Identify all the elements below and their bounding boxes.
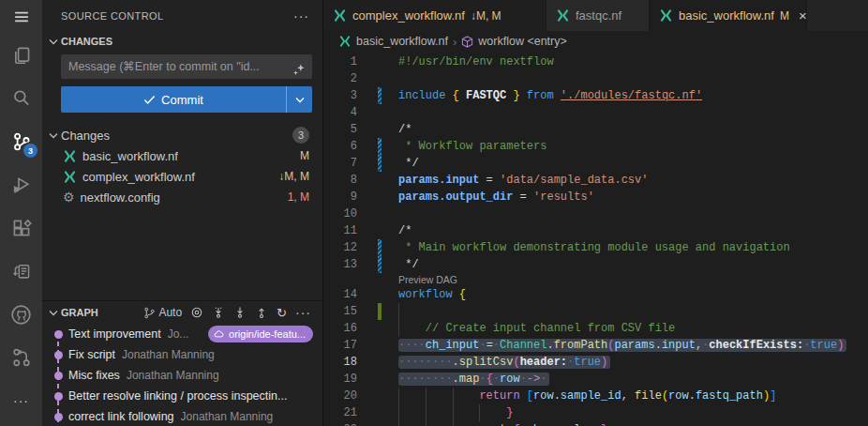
commit-message-input[interactable] xyxy=(61,54,312,79)
code-line-8[interactable]: 8params.input = 'data/sample_data.csv' xyxy=(323,172,868,189)
branch-ref-badge[interactable]: origin/ide-featu... xyxy=(208,326,313,342)
gear-icon: ⚙ xyxy=(63,190,75,204)
modified-line-indicator xyxy=(378,155,382,172)
code-line-4[interactable]: 4 xyxy=(323,104,868,121)
sidebar-header: SOURCE CONTROL ··· xyxy=(42,0,322,32)
code-line-9[interactable]: 9params.output_dir = 'results' xyxy=(323,189,868,205)
code-line-15[interactable]: 15 xyxy=(323,303,868,320)
changes-section-header[interactable]: CHANGES xyxy=(42,32,322,51)
commit-author: Jonathan Manning xyxy=(127,369,313,382)
modified-line-indicator xyxy=(378,87,382,104)
tab-close-icon[interactable]: × xyxy=(799,10,807,22)
sidebar-title: SOURCE CONTROL xyxy=(61,10,293,22)
code-line-20[interactable]: 20 return [row.sample_id, file(row.fastq… xyxy=(323,388,868,404)
code-line-12[interactable]: 12 * Main workflow demonstrating module … xyxy=(323,239,868,256)
code-text: * Main workflow demonstrating module usa… xyxy=(398,239,868,256)
commit-row[interactable]: Text improvementJo...origin/ide-featu... xyxy=(42,324,322,344)
code-line-5[interactable]: 5/* xyxy=(323,121,868,138)
code-line-22[interactable]: 22 .set { ch_samples } xyxy=(323,421,868,426)
breadcrumb-symbol[interactable]: workflow <entry> xyxy=(478,35,566,48)
sparkle-icon[interactable] xyxy=(292,63,306,77)
change-file-row[interactable]: complex_workflow.nf↓M, M xyxy=(42,166,322,187)
fetch-icon[interactable] xyxy=(212,306,225,319)
commit-button[interactable]: Commit xyxy=(61,86,312,113)
line-number: 9 xyxy=(323,189,357,205)
gutter xyxy=(357,354,398,371)
source-control-icon[interactable]: 3 xyxy=(0,120,42,163)
gutter xyxy=(357,172,398,189)
code-line-7[interactable]: 7 */ xyxy=(323,155,868,172)
tab-fastqc-nf[interactable]: fastqc.nf xyxy=(546,0,650,31)
code-line-3[interactable]: 3include { FASTQC } from './modules/fast… xyxy=(323,87,868,104)
indent-guide xyxy=(398,320,399,337)
line-number: 15 xyxy=(323,303,357,320)
commit-dot-icon xyxy=(54,392,63,401)
refresh-icon[interactable]: ↻ xyxy=(277,307,287,319)
selection-highlight: ········.map·{·row·->· xyxy=(398,373,549,386)
code-line-14[interactable]: 14workflow { xyxy=(323,286,868,303)
commit-dot-icon xyxy=(54,351,63,359)
change-file-row[interactable]: ⚙nextflow.config1, M xyxy=(42,187,322,207)
code-area[interactable]: 1#!/usr/bin/env nextflow23include { FAST… xyxy=(323,52,868,426)
pull-icon[interactable] xyxy=(233,306,247,319)
search-icon[interactable] xyxy=(0,77,42,120)
breadcrumb[interactable]: basic_workflow.nf › workflow <entry> xyxy=(323,31,868,52)
code-text xyxy=(398,104,868,121)
change-file-row[interactable]: basic_workflow.nfM xyxy=(42,145,322,166)
code-line-16[interactable]: 16 // Create input channel from CSV file xyxy=(323,320,868,337)
commit-message: Fix script xyxy=(68,348,115,361)
tab-label: fastqc.nf xyxy=(576,8,621,23)
modified-line-indicator xyxy=(378,138,382,155)
indent-guide xyxy=(426,404,427,421)
code-text: .set { ch_samples } xyxy=(398,421,868,426)
code-line-13[interactable]: 13 */ xyxy=(323,256,868,273)
gutter xyxy=(357,371,398,388)
code-line-6[interactable]: 6 * Workflow parameters xyxy=(323,138,868,155)
code-line-2[interactable]: 2 xyxy=(323,70,868,87)
push-icon[interactable] xyxy=(255,306,268,319)
codelens-preview-dag[interactable]: Preview DAG xyxy=(323,273,868,286)
indent-guide xyxy=(453,421,454,426)
commit-row[interactable]: correct link followingJonathan Manning xyxy=(42,406,322,426)
code-line-21[interactable]: 21 } xyxy=(323,404,868,421)
activity-bar: 3 ··· xyxy=(0,0,42,426)
code-text: */ xyxy=(398,155,868,172)
tab-complex_workflow-nf[interactable]: complex_workflow.nf↓M, M xyxy=(323,0,546,31)
line-number: 11 xyxy=(323,222,357,239)
tab-basic_workflow-nf[interactable]: basic_workflow.nfM× xyxy=(650,0,807,31)
code-line-17[interactable]: 17····ch_input·=·Channel.fromPath(params… xyxy=(323,337,868,354)
code-line-10[interactable]: 10 xyxy=(323,205,868,222)
sidebar-more-icon[interactable]: ··· xyxy=(293,12,309,20)
git-graph-icon[interactable] xyxy=(0,336,42,379)
nextflow-icon xyxy=(333,8,347,23)
graph-more-icon[interactable]: ··· xyxy=(295,309,311,316)
extensions-icon[interactable] xyxy=(0,206,42,250)
line-number: 2 xyxy=(323,70,357,87)
target-icon[interactable] xyxy=(190,306,203,319)
github-icon[interactable] xyxy=(0,293,42,336)
run-debug-icon[interactable] xyxy=(0,163,42,206)
line-number: 18 xyxy=(323,354,357,371)
git-status-badge: 1, M xyxy=(288,190,309,204)
code-line-11[interactable]: 11/* xyxy=(323,222,868,239)
more-actions-icon[interactable]: ··· xyxy=(0,379,42,422)
commit-row[interactable]: Better resolve linking / process inspect… xyxy=(42,386,322,406)
breadcrumb-file[interactable]: basic_workflow.nf xyxy=(356,35,448,48)
nextflow-icon xyxy=(556,8,570,23)
code-text: /* xyxy=(398,121,868,138)
code-line-1[interactable]: 1#!/usr/bin/env nextflow xyxy=(323,53,868,70)
commit-row[interactable]: Fix scriptJonathan Manning xyxy=(42,344,322,365)
code-line-19[interactable]: 19········.map·{·row·->· xyxy=(323,371,868,388)
commit-dropdown-button[interactable] xyxy=(286,86,312,113)
pipelines-icon[interactable] xyxy=(0,250,42,293)
menu-icon[interactable] xyxy=(0,0,42,34)
commit-author: Jonathan Manning xyxy=(181,410,313,423)
changes-section-label: CHANGES xyxy=(61,36,112,47)
graph-auto-branch-button[interactable]: Auto xyxy=(143,306,182,319)
code-text xyxy=(398,70,868,87)
code-line-18[interactable]: 18········.splitCsv(header:·true) xyxy=(323,354,868,371)
commit-row[interactable]: Misc fixesJonathan Manning xyxy=(42,365,322,386)
changes-tree-header[interactable]: Changes 3 xyxy=(42,125,322,145)
nextflow-icon xyxy=(63,170,77,184)
explorer-icon[interactable] xyxy=(0,34,42,77)
